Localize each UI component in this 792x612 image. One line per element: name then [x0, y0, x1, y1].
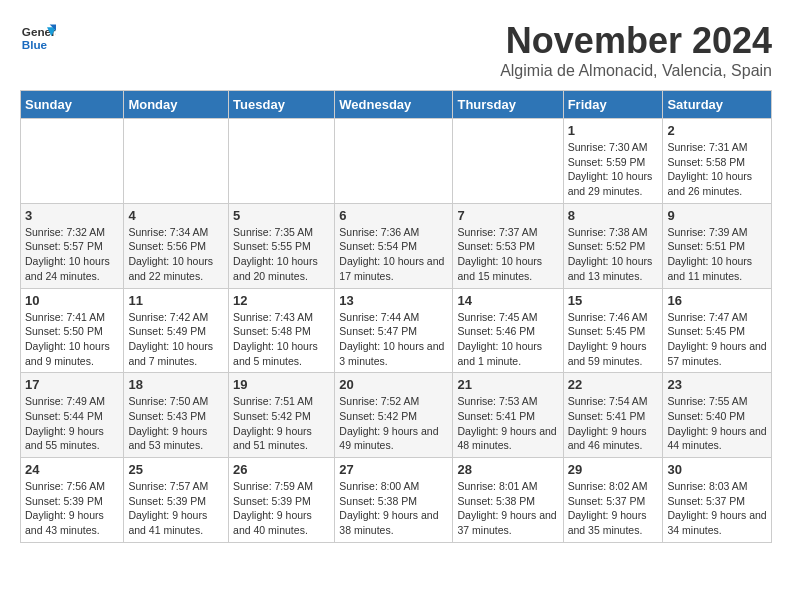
day-info: Sunrise: 7:41 AM Sunset: 5:50 PM Dayligh… — [25, 310, 119, 369]
calendar-cell — [21, 119, 124, 204]
day-number: 14 — [457, 293, 558, 308]
day-info: Sunrise: 7:47 AM Sunset: 5:45 PM Dayligh… — [667, 310, 767, 369]
calendar-cell: 5Sunrise: 7:35 AM Sunset: 5:55 PM Daylig… — [229, 203, 335, 288]
day-number: 3 — [25, 208, 119, 223]
calendar-week-row: 10Sunrise: 7:41 AM Sunset: 5:50 PM Dayli… — [21, 288, 772, 373]
calendar-cell: 11Sunrise: 7:42 AM Sunset: 5:49 PM Dayli… — [124, 288, 229, 373]
day-number: 28 — [457, 462, 558, 477]
day-info: Sunrise: 7:30 AM Sunset: 5:59 PM Dayligh… — [568, 140, 659, 199]
calendar-cell: 28Sunrise: 8:01 AM Sunset: 5:38 PM Dayli… — [453, 458, 563, 543]
calendar-cell — [453, 119, 563, 204]
day-info: Sunrise: 7:54 AM Sunset: 5:41 PM Dayligh… — [568, 394, 659, 453]
day-number: 24 — [25, 462, 119, 477]
day-number: 10 — [25, 293, 119, 308]
calendar-table: SundayMondayTuesdayWednesdayThursdayFrid… — [20, 90, 772, 543]
day-info: Sunrise: 7:44 AM Sunset: 5:47 PM Dayligh… — [339, 310, 448, 369]
day-info: Sunrise: 7:38 AM Sunset: 5:52 PM Dayligh… — [568, 225, 659, 284]
calendar-cell: 24Sunrise: 7:56 AM Sunset: 5:39 PM Dayli… — [21, 458, 124, 543]
day-number: 4 — [128, 208, 224, 223]
day-info: Sunrise: 7:46 AM Sunset: 5:45 PM Dayligh… — [568, 310, 659, 369]
page-header: General Blue November 2024 Algimia de Al… — [20, 20, 772, 80]
calendar-cell: 12Sunrise: 7:43 AM Sunset: 5:48 PM Dayli… — [229, 288, 335, 373]
day-info: Sunrise: 8:03 AM Sunset: 5:37 PM Dayligh… — [667, 479, 767, 538]
day-info: Sunrise: 7:59 AM Sunset: 5:39 PM Dayligh… — [233, 479, 330, 538]
day-number: 2 — [667, 123, 767, 138]
calendar-cell: 19Sunrise: 7:51 AM Sunset: 5:42 PM Dayli… — [229, 373, 335, 458]
calendar-cell: 16Sunrise: 7:47 AM Sunset: 5:45 PM Dayli… — [663, 288, 772, 373]
logo: General Blue — [20, 20, 56, 56]
calendar-cell: 4Sunrise: 7:34 AM Sunset: 5:56 PM Daylig… — [124, 203, 229, 288]
calendar-cell: 25Sunrise: 7:57 AM Sunset: 5:39 PM Dayli… — [124, 458, 229, 543]
day-number: 25 — [128, 462, 224, 477]
calendar-cell: 1Sunrise: 7:30 AM Sunset: 5:59 PM Daylig… — [563, 119, 663, 204]
day-info: Sunrise: 7:36 AM Sunset: 5:54 PM Dayligh… — [339, 225, 448, 284]
day-info: Sunrise: 7:50 AM Sunset: 5:43 PM Dayligh… — [128, 394, 224, 453]
weekday-header-cell: Tuesday — [229, 91, 335, 119]
day-number: 18 — [128, 377, 224, 392]
svg-text:Blue: Blue — [22, 38, 48, 51]
weekday-header-cell: Monday — [124, 91, 229, 119]
day-number: 7 — [457, 208, 558, 223]
weekday-header-cell: Wednesday — [335, 91, 453, 119]
calendar-cell: 14Sunrise: 7:45 AM Sunset: 5:46 PM Dayli… — [453, 288, 563, 373]
day-info: Sunrise: 7:57 AM Sunset: 5:39 PM Dayligh… — [128, 479, 224, 538]
day-info: Sunrise: 7:52 AM Sunset: 5:42 PM Dayligh… — [339, 394, 448, 453]
day-info: Sunrise: 7:42 AM Sunset: 5:49 PM Dayligh… — [128, 310, 224, 369]
calendar-cell: 10Sunrise: 7:41 AM Sunset: 5:50 PM Dayli… — [21, 288, 124, 373]
calendar-cell: 3Sunrise: 7:32 AM Sunset: 5:57 PM Daylig… — [21, 203, 124, 288]
calendar-cell: 27Sunrise: 8:00 AM Sunset: 5:38 PM Dayli… — [335, 458, 453, 543]
calendar-cell: 7Sunrise: 7:37 AM Sunset: 5:53 PM Daylig… — [453, 203, 563, 288]
calendar-cell: 13Sunrise: 7:44 AM Sunset: 5:47 PM Dayli… — [335, 288, 453, 373]
month-title: November 2024 — [500, 20, 772, 62]
day-info: Sunrise: 7:49 AM Sunset: 5:44 PM Dayligh… — [25, 394, 119, 453]
calendar-cell: 29Sunrise: 8:02 AM Sunset: 5:37 PM Dayli… — [563, 458, 663, 543]
day-number: 26 — [233, 462, 330, 477]
calendar-week-row: 1Sunrise: 7:30 AM Sunset: 5:59 PM Daylig… — [21, 119, 772, 204]
day-number: 8 — [568, 208, 659, 223]
calendar-cell: 15Sunrise: 7:46 AM Sunset: 5:45 PM Dayli… — [563, 288, 663, 373]
day-info: Sunrise: 7:39 AM Sunset: 5:51 PM Dayligh… — [667, 225, 767, 284]
weekday-header-cell: Sunday — [21, 91, 124, 119]
day-number: 30 — [667, 462, 767, 477]
day-number: 9 — [667, 208, 767, 223]
day-number: 12 — [233, 293, 330, 308]
day-number: 6 — [339, 208, 448, 223]
day-info: Sunrise: 7:31 AM Sunset: 5:58 PM Dayligh… — [667, 140, 767, 199]
weekday-header-cell: Saturday — [663, 91, 772, 119]
day-number: 22 — [568, 377, 659, 392]
day-info: Sunrise: 7:45 AM Sunset: 5:46 PM Dayligh… — [457, 310, 558, 369]
weekday-header-cell: Thursday — [453, 91, 563, 119]
calendar-body: 1Sunrise: 7:30 AM Sunset: 5:59 PM Daylig… — [21, 119, 772, 543]
day-info: Sunrise: 7:37 AM Sunset: 5:53 PM Dayligh… — [457, 225, 558, 284]
day-number: 1 — [568, 123, 659, 138]
day-info: Sunrise: 7:43 AM Sunset: 5:48 PM Dayligh… — [233, 310, 330, 369]
weekday-header-cell: Friday — [563, 91, 663, 119]
day-number: 15 — [568, 293, 659, 308]
day-number: 19 — [233, 377, 330, 392]
calendar-week-row: 3Sunrise: 7:32 AM Sunset: 5:57 PM Daylig… — [21, 203, 772, 288]
day-info: Sunrise: 7:51 AM Sunset: 5:42 PM Dayligh… — [233, 394, 330, 453]
calendar-week-row: 17Sunrise: 7:49 AM Sunset: 5:44 PM Dayli… — [21, 373, 772, 458]
title-block: November 2024 Algimia de Almonacid, Vale… — [500, 20, 772, 80]
calendar-cell — [124, 119, 229, 204]
calendar-cell — [229, 119, 335, 204]
calendar-cell: 9Sunrise: 7:39 AM Sunset: 5:51 PM Daylig… — [663, 203, 772, 288]
logo-icon: General Blue — [20, 20, 56, 56]
day-number: 16 — [667, 293, 767, 308]
calendar-cell: 17Sunrise: 7:49 AM Sunset: 5:44 PM Dayli… — [21, 373, 124, 458]
day-info: Sunrise: 7:32 AM Sunset: 5:57 PM Dayligh… — [25, 225, 119, 284]
calendar-cell: 20Sunrise: 7:52 AM Sunset: 5:42 PM Dayli… — [335, 373, 453, 458]
calendar-cell: 21Sunrise: 7:53 AM Sunset: 5:41 PM Dayli… — [453, 373, 563, 458]
calendar-cell: 30Sunrise: 8:03 AM Sunset: 5:37 PM Dayli… — [663, 458, 772, 543]
day-number: 21 — [457, 377, 558, 392]
day-info: Sunrise: 7:55 AM Sunset: 5:40 PM Dayligh… — [667, 394, 767, 453]
day-info: Sunrise: 8:02 AM Sunset: 5:37 PM Dayligh… — [568, 479, 659, 538]
day-info: Sunrise: 7:34 AM Sunset: 5:56 PM Dayligh… — [128, 225, 224, 284]
day-number: 5 — [233, 208, 330, 223]
day-number: 11 — [128, 293, 224, 308]
day-number: 13 — [339, 293, 448, 308]
day-number: 23 — [667, 377, 767, 392]
calendar-week-row: 24Sunrise: 7:56 AM Sunset: 5:39 PM Dayli… — [21, 458, 772, 543]
calendar-cell — [335, 119, 453, 204]
day-number: 17 — [25, 377, 119, 392]
